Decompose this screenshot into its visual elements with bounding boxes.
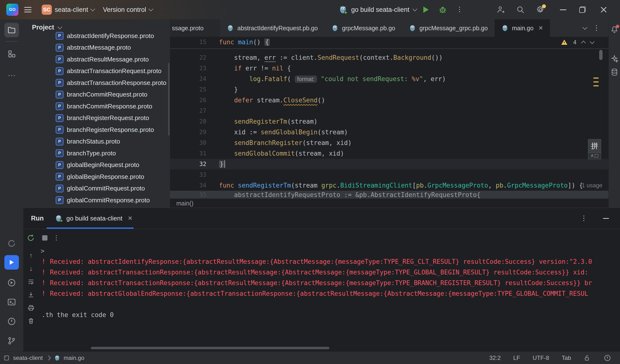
status-file-name[interactable]: main.go <box>64 355 84 361</box>
file-row[interactable]: PglobalCommitResponse.proto <box>23 194 170 206</box>
settings-button[interactable] <box>536 0 545 19</box>
more-icon[interactable]: … <box>594 24 603 32</box>
structure-tool-button[interactable] <box>4 46 19 61</box>
print-button[interactable] <box>23 301 39 314</box>
code-line-28[interactable]: 28 sendRegisterTm(stream) <box>170 116 608 127</box>
more-actions-button[interactable]: … <box>458 0 465 19</box>
code-line-34[interactable]: 34func sendRegisterTm(stream grpc.BidiSt… <box>170 180 608 191</box>
code-line-24[interactable]: 24 log.Fatalf( format: "could not sendRe… <box>170 74 608 84</box>
breadcrumb-item[interactable]: main() <box>176 200 194 207</box>
up-stack-button[interactable]: ↑ <box>23 249 39 262</box>
run-tool-button[interactable] <box>4 255 19 270</box>
hide-panel-icon[interactable] <box>603 218 609 219</box>
code-line-15[interactable]: 15func main() { <box>170 37 608 47</box>
problems-tool-button[interactable] <box>4 314 19 329</box>
code-line-29[interactable]: 29 xid := sendGlobalBegin(stream) <box>170 127 608 137</box>
code-line-23[interactable]: 23 if err != nil { <box>170 63 608 74</box>
code-line-35[interactable]: 35 abstractIdentifyRequestProto := &pb.A… <box>170 191 608 199</box>
file-row[interactable]: PbranchRegisterResponse.proto <box>23 124 170 136</box>
code-line-22[interactable]: 22 stream, err := client.SendRequest(con… <box>170 52 608 63</box>
status-caret-position[interactable]: 32:2 <box>489 355 501 361</box>
file-row[interactable]: PbranchRegisterRequest.proto <box>23 112 170 124</box>
editor[interactable]: ssage.protoabstractIdentifyRequest.pb.go… <box>170 19 608 208</box>
database-button[interactable] <box>610 67 619 77</box>
breadcrumb[interactable]: main() <box>170 198 608 208</box>
file-row[interactable]: PabstractIdentifyResponse.proto <box>23 30 170 42</box>
prev-problem-icon[interactable] <box>581 41 586 46</box>
services-tool-button[interactable] <box>4 275 19 290</box>
vcs-widget[interactable]: Version control <box>103 0 153 19</box>
code-line-33[interactable]: 33 <box>170 169 608 180</box>
rerun-button[interactable] <box>27 234 35 242</box>
soft-wrap-button[interactable] <box>23 275 39 288</box>
status-project-name[interactable]: seata-client <box>13 355 43 361</box>
editor-scrollbar[interactable] <box>599 50 603 60</box>
editor-tab-grpcmessage-pb-go[interactable]: grpcMessage.pb.go <box>325 19 402 37</box>
git-tool-button[interactable] <box>4 334 19 348</box>
ime-indicator[interactable]: 拼 A <box>588 139 601 159</box>
code-line-27[interactable]: 27 <box>170 106 608 116</box>
run-button[interactable] <box>423 0 429 19</box>
profiler-tool-button[interactable] <box>4 236 19 251</box>
file-row[interactable]: PbranchType.proto <box>23 147 170 159</box>
lock-icon[interactable] <box>584 354 591 362</box>
main-menu-icon <box>24 7 31 12</box>
status-encoding[interactable]: UTF-8 <box>533 355 549 361</box>
code-line-30[interactable]: 30 sendBranchRegister(stream, xid) <box>170 137 608 148</box>
clear-button[interactable] <box>23 314 39 327</box>
main-menu-button[interactable] <box>24 0 31 19</box>
file-row[interactable]: PabstractMessage.proto <box>23 42 170 54</box>
file-row[interactable]: PbranchCommitRequest.proto <box>23 89 170 101</box>
file-row[interactable]: PglobalBeginResponse.proto <box>23 171 170 183</box>
editor-tab-ssage-proto[interactable]: ssage.proto <box>170 19 220 37</box>
close-icon[interactable]: ✕ <box>538 25 543 31</box>
chevron-down-icon[interactable] <box>582 25 587 30</box>
stop-button[interactable] <box>42 235 47 241</box>
code-line-31[interactable]: 31 sendGlobalCommit(stream, xid) <box>170 148 608 159</box>
run-tab[interactable]: go build seata-client ✕ <box>49 208 138 229</box>
code-line-25[interactable]: 25 } <box>170 84 608 95</box>
more-tool-windows-button[interactable]: … <box>4 66 19 80</box>
run-config-widget[interactable]: go build seata-client <box>339 0 417 19</box>
project-scrollbar[interactable] <box>168 63 170 136</box>
more-icon[interactable]: … <box>582 215 590 222</box>
code-line-32[interactable]: 32} <box>170 159 608 169</box>
maximize-button[interactable] <box>579 0 586 19</box>
terminal-tool-button[interactable] <box>4 295 19 309</box>
next-problem-icon[interactable] <box>590 39 595 44</box>
notifications-button[interactable] <box>610 25 619 34</box>
usage-hint[interactable]: 1 usage <box>582 180 602 191</box>
file-row[interactable]: PbranchStatus.proto <box>23 136 170 148</box>
project-tool-button[interactable] <box>4 23 19 37</box>
console-output[interactable]: >!Received: abstractIdentifyResponse:{ab… <box>39 246 620 347</box>
close-icon[interactable]: ✕ <box>128 215 132 222</box>
editor-tab-main-go[interactable]: main.go✕ <box>495 19 550 37</box>
inspection-widget[interactable]: 4 <box>561 39 594 46</box>
file-row[interactable]: PabstractTransactionResponse.proto <box>23 77 170 89</box>
file-row[interactable]: PabstractResultMessage.proto <box>23 53 170 65</box>
project-widget[interactable]: SC seata-client <box>42 0 94 19</box>
search-everywhere-button[interactable] <box>516 0 525 19</box>
file-row[interactable]: PbranchCommitResponse.proto <box>23 100 170 112</box>
app-logo[interactable]: GO <box>6 0 18 19</box>
file-row[interactable]: PabstractTransactionRequest.proto <box>23 65 170 77</box>
code-area[interactable]: 22 stream, err := client.SendRequest(con… <box>170 52 608 199</box>
error-indicator-icon[interactable] <box>604 354 611 362</box>
console-h-scrollbar[interactable] <box>91 347 329 349</box>
add-user-button[interactable] <box>496 0 505 19</box>
editor-tab-grpcmessage-grpc-pb-go[interactable]: grpcMessage_grpc.pb.go <box>402 19 495 37</box>
ai-assistant-button[interactable] <box>610 54 619 63</box>
debug-button[interactable] <box>438 0 447 19</box>
proto-file-icon: P <box>56 79 63 87</box>
more-actions-button[interactable]: … <box>54 235 62 241</box>
close-button[interactable] <box>600 0 607 19</box>
status-line-separator[interactable]: LF <box>513 355 520 361</box>
down-stack-button[interactable]: ↓ <box>23 262 39 275</box>
file-row[interactable]: PglobalBeginRequest.proto <box>23 159 170 171</box>
editor-tab-abstractidentifyrequest-pb-go[interactable]: abstractIdentifyRequest.pb.go <box>220 19 325 37</box>
file-row[interactable]: PglobalCommitRequest.proto <box>23 183 170 195</box>
scroll-end-button[interactable] <box>23 288 39 301</box>
minimize-button[interactable] <box>560 0 566 19</box>
status-indent-style[interactable]: Tab <box>562 355 571 361</box>
code-line-26[interactable]: 26 defer stream.CloseSend() <box>170 95 608 106</box>
